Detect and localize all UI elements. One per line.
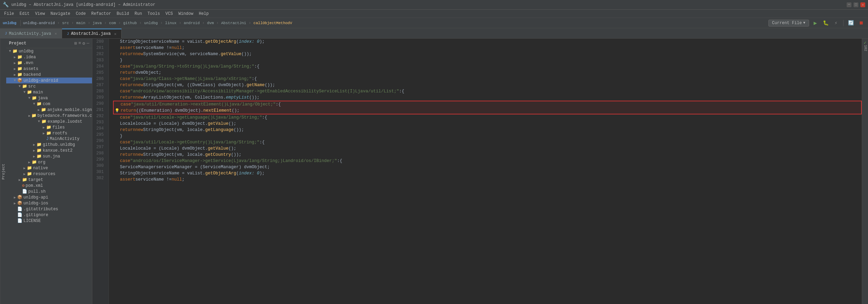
tree-item-idea[interactable]: ▶ 📁 .idea (6, 54, 92, 60)
tree-item-target[interactable]: ▶ 📁 target (6, 177, 92, 183)
bc-github: github (123, 21, 137, 25)
tree-item-kanxue[interactable]: ▶ 📁 kanxue.test2 (6, 148, 92, 153)
tree-item-mvn[interactable]: ▶ 📁 .mvn (6, 60, 92, 66)
line-number-289: 289 (92, 94, 106, 101)
breadcrumb-sep-7: › (160, 21, 163, 26)
menu-item-refactor[interactable]: Refactor (89, 11, 114, 17)
tree-item-unldbg-api[interactable]: ▶ 📦 unldbg-api (6, 194, 92, 200)
tree-label-github-unldbg: github.unldbg (43, 142, 75, 147)
project-panel-label[interactable]: Project (0, 39, 6, 304)
code-line-295[interactable]: } (113, 133, 862, 139)
tree-item-com[interactable]: ▼ 📁 com (6, 101, 92, 107)
code-content[interactable]: StringObject serviceName = vaList.getObj… (109, 39, 862, 304)
tree-item-mainactivity-file[interactable]: ▶ J MainActivity (6, 136, 92, 142)
tree-item-org[interactable]: ▶ 📁 org (6, 159, 92, 165)
bc-src: src (62, 21, 69, 25)
tree-item-backend[interactable]: ▶ 📁 backend (6, 72, 92, 78)
code-line-286[interactable]: case "java/lang/Class->getName()Ljava/la… (113, 76, 862, 82)
java-file-icon-active: J (67, 32, 69, 36)
tree-item-main[interactable]: ▼ 📁 main (6, 89, 92, 95)
debug-button[interactable]: 🐛 (821, 19, 830, 27)
code-line-288[interactable]: case "android/view/accessibility/Accessi… (113, 88, 862, 94)
breadcrumb-sep-8: › (179, 21, 181, 26)
code-line-294[interactable]: return new StringObject(vm, locale.getLa… (113, 127, 862, 133)
code-line-299[interactable]: case "android/os/IServiceManager->getSer… (113, 158, 862, 164)
menu-item-help[interactable]: Help (196, 11, 212, 17)
tab-mainactivity[interactable]: J MainActivity.java ✕ (0, 29, 62, 38)
menu-item-vcs[interactable]: VCS (163, 11, 176, 17)
tree-item-pull-sh[interactable]: ▶ 📄 pull.sh (6, 189, 92, 194)
coverage-button[interactable]: ⚡ (832, 19, 840, 27)
menu-item-build[interactable]: Build (114, 11, 132, 17)
tree-item-gitattributes[interactable]: ▶ 📄 .gitattributes (6, 206, 92, 212)
code-line-281[interactable]: assert serviceName != null; (113, 45, 862, 51)
main-layout: Project Project ⊞ ≡ ⚙ — ▼ 📁 unldbg ▶ 📁 .… (0, 39, 868, 304)
tab-abstractjni[interactable]: J AbstractJni.java ✕ (62, 29, 122, 38)
arrow-unldbg: ▼ (8, 49, 12, 53)
tree-item-example[interactable]: ▼ 📁 example.luodst (6, 119, 92, 124)
tree-item-unldbg-ios[interactable]: ▶ 📦 unldbg-ios (6, 200, 92, 206)
tree-item-unldbg[interactable]: ▼ 📁 unldbg (6, 48, 92, 54)
bc-android: android (184, 21, 200, 25)
tab-close-abstractjni[interactable]: ✕ (114, 32, 116, 36)
tree-item-license[interactable]: ▶ 📄 LICENSE (6, 218, 92, 224)
tree-item-bytedance[interactable]: ▶ 📁 bytedance.frameworks.c (6, 113, 92, 119)
tree-item-resources[interactable]: ▶ 📁 resources (6, 171, 92, 177)
code-line-292[interactable]: case "java/util/Locale->getLanguage()Lja… (113, 114, 862, 121)
code-line-285[interactable]: return dvmObject; (113, 70, 862, 76)
breadcrumb-sep-11: › (248, 21, 251, 26)
minimize-button[interactable]: ─ (847, 2, 851, 7)
close-button[interactable]: ✕ (860, 2, 865, 7)
menu-item-tools[interactable]: Tools (145, 11, 163, 17)
tree-item-sun-jna[interactable]: ▶ 📁 sun.jna (6, 153, 92, 159)
tree-item-anjuke[interactable]: ▶ 📁 anjuke.mobile.sign (6, 107, 92, 113)
update-button[interactable]: 🔄 (847, 19, 855, 27)
menu-item-file[interactable]: File (1, 11, 17, 17)
code-line-287[interactable]: return new StringObject(vm, ((DvmClass) … (113, 82, 862, 88)
stop-button[interactable]: ⏹ (857, 19, 865, 27)
code-line-300[interactable]: ServiceManager serviceManager = (Service… (113, 164, 862, 170)
code-line-302[interactable]: assert serviceName != null; (113, 176, 862, 183)
tree-item-src[interactable]: ▼ 📁 src (6, 83, 92, 89)
tree-item-files[interactable]: ▶ 📁 files (6, 124, 92, 130)
sidebar-icon-layout[interactable]: ⊞ (74, 41, 77, 46)
code-line-283[interactable]: } (113, 57, 862, 63)
maximize-button[interactable]: □ (854, 2, 858, 7)
run-button[interactable]: ▶ (811, 19, 819, 27)
menu-item-navigate[interactable]: Navigate (48, 11, 73, 17)
line-number-280: 280 (92, 39, 106, 45)
code-line-293[interactable]: Locale locale = (Locale) dvmObject.getVa… (113, 121, 862, 127)
tree-item-assets[interactable]: ▶ 📁 assets (6, 66, 92, 72)
tree-item-unldbg-android[interactable]: ▼ 📦 unldbg-android (6, 78, 92, 83)
code-line-282[interactable]: return new SystemService(vm, serviceName… (113, 51, 862, 57)
code-line-280[interactable]: StringObject serviceName = vaList.getObj… (113, 39, 862, 45)
folder-icon-backend: 📁 (17, 72, 22, 77)
code-line-297[interactable]: Locale locale = (Locale) dvmObject.getVa… (113, 145, 862, 152)
code-line-289[interactable]: return new ArrayListObject(vm, Collectio… (113, 94, 862, 101)
tree-item-gitignore[interactable]: ▶ 📄 .gitignore (6, 212, 92, 218)
menu-item-code[interactable]: Code (73, 11, 89, 17)
tree-label-src: src (28, 84, 36, 89)
sidebar-icon-collapse[interactable]: — (86, 41, 89, 46)
tree-item-pom[interactable]: ▶ ⚙ pom.xml (6, 183, 92, 189)
menu-item-run[interactable]: Run (132, 11, 145, 17)
sidebar-icon-settings[interactable]: ⚙ (82, 41, 85, 46)
code-line-298[interactable]: return new StringObject(vm, locale.getCo… (113, 152, 862, 158)
line-number-294: 294 (92, 125, 106, 132)
menu-item-edit[interactable]: Edit (17, 11, 32, 17)
breadcrumb-sep-9: › (202, 21, 205, 26)
menu-item-window[interactable]: Window (176, 11, 196, 17)
tree-item-native[interactable]: ▶ 📁 native (6, 165, 92, 171)
tree-item-github-unldbg[interactable]: ▶ 📁 github.unldbg (6, 142, 92, 148)
code-line-290[interactable]: case "java/util/Enumeration->nextElement… (113, 101, 862, 108)
tab-close-mainactivity[interactable]: ✕ (54, 31, 57, 36)
menu-item-view[interactable]: View (32, 11, 48, 17)
sidebar-icon-sort[interactable]: ≡ (79, 41, 81, 46)
code-line-291[interactable]: 💡 return ((Enumeration) dvmObject).nextE… (113, 108, 862, 114)
tree-item-rootfs[interactable]: ▶ 📁 rootfs (6, 130, 92, 136)
tree-item-java[interactable]: ▼ 📁 java (6, 95, 92, 101)
current-file-button[interactable]: Current File ▼ (768, 20, 809, 27)
code-line-284[interactable]: case "java/lang/String->toString()Ljava/… (113, 63, 862, 70)
code-line-296[interactable]: case "java/util/Locale->getCountry()Ljav… (113, 139, 862, 145)
code-line-301[interactable]: StringObject serviceName = vaList.getObj… (113, 170, 862, 176)
